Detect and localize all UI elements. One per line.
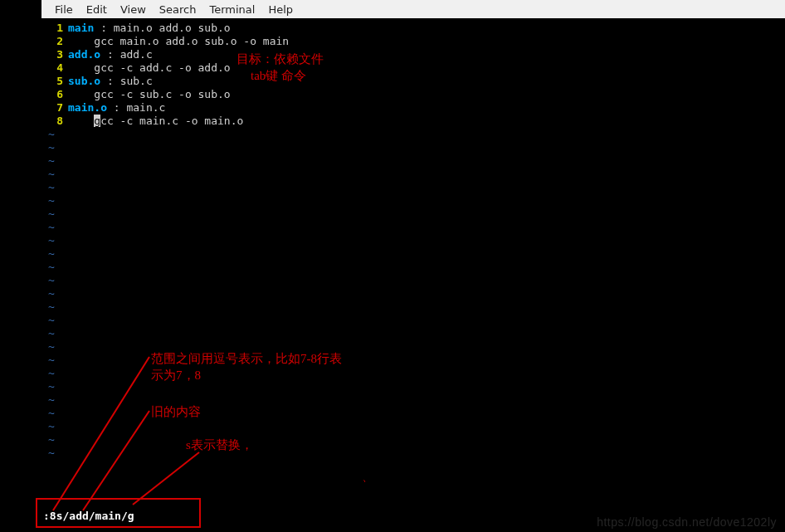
tilde-line: ~ [41, 433, 782, 447]
annotation-target-deps: 目标：依赖文件 [236, 51, 324, 67]
code-text: sub.o : sub.c [68, 75, 153, 88]
menu-search[interactable]: Search [159, 3, 197, 16]
code-text: gcc -c sub.c -o sub.o [68, 88, 231, 101]
code-text: main.o : main.c [68, 101, 165, 115]
code-text: gcc main.o add.o sub.o -o main [68, 35, 289, 48]
annotation-range-1: 范围之间用逗号表示，比如7-8行表 [151, 351, 342, 367]
tilde-line: ~ [41, 287, 782, 300]
code-line: 4 gcc -c add.c -o add.o [41, 61, 782, 75]
stray-mark: 、 [362, 470, 373, 485]
tilde-line: ~ [41, 274, 782, 287]
line-number: 4 [41, 61, 68, 75]
line-number: 5 [41, 75, 68, 88]
left-strip [0, 0, 41, 532]
tilde-line: ~ [41, 154, 782, 168]
editor-viewport[interactable]: 1main : main.o add.o sub.o 2 gcc main.o … [41, 18, 782, 509]
tilde-line: ~ [41, 128, 782, 141]
code-line: 7main.o : main.c [41, 101, 782, 115]
tilde-line: ~ [41, 168, 782, 181]
annotation-old-content: 旧的内容 [151, 404, 201, 420]
tilde-line: ~ [41, 447, 782, 460]
annotation-range-2: 示为7，8 [151, 368, 201, 383]
code-text: gcc -c main.c -o main.o [68, 115, 243, 128]
tilde-line: ~ [41, 247, 782, 261]
line-number: 6 [41, 88, 68, 101]
code-line: 3add.o : add.c [41, 48, 782, 61]
menu-file[interactable]: File [55, 3, 73, 16]
line-number: 1 [41, 22, 68, 35]
tilde-line: ~ [41, 327, 782, 340]
tilde-line: ~ [41, 261, 782, 274]
tilde-line: ~ [41, 207, 782, 221]
tilde-line: ~ [41, 194, 782, 207]
line-number: 2 [41, 35, 68, 48]
code-line: 1main : main.o add.o sub.o [41, 22, 782, 35]
code-line: 8 gcc -c main.c -o main.o [41, 115, 782, 128]
code-text: main : main.o add.o sub.o [68, 22, 231, 35]
code-text: add.o : add.c [68, 48, 153, 61]
watermark: https://blog.csdn.net/dove1202ly [597, 515, 777, 529]
menu-help[interactable]: Help [268, 3, 293, 16]
tilde-line: ~ [41, 234, 782, 247]
code-block: 1main : main.o add.o sub.o 2 gcc main.o … [41, 22, 782, 128]
line-number: 8 [41, 115, 68, 128]
tilde-line: ~ [41, 300, 782, 314]
tilde-line: ~ [41, 141, 782, 154]
line-number: 7 [41, 101, 68, 115]
code-line: 5sub.o : sub.c [41, 75, 782, 88]
code-line: 6 gcc -c sub.c -o sub.o [41, 88, 782, 101]
annotation-s-replace: s表示替换， [186, 437, 253, 453]
tilde-line: ~ [41, 181, 782, 194]
menu-bar: File Edit View Search Terminal Help [41, 0, 785, 18]
menu-edit[interactable]: Edit [86, 3, 107, 16]
cmd-highlight-box [36, 498, 201, 528]
code-text: gcc -c add.c -o add.o [68, 61, 231, 75]
tilde-line: ~ [41, 314, 782, 327]
line-number: 3 [41, 48, 68, 61]
menu-terminal[interactable]: Terminal [209, 3, 255, 16]
code-line: 2 gcc main.o add.o sub.o -o main [41, 35, 782, 48]
menu-view[interactable]: View [120, 3, 146, 16]
annotation-tab-cmd: tab键 命令 [251, 68, 306, 84]
tilde-line: ~ [41, 420, 782, 433]
tilde-line: ~ [41, 221, 782, 234]
